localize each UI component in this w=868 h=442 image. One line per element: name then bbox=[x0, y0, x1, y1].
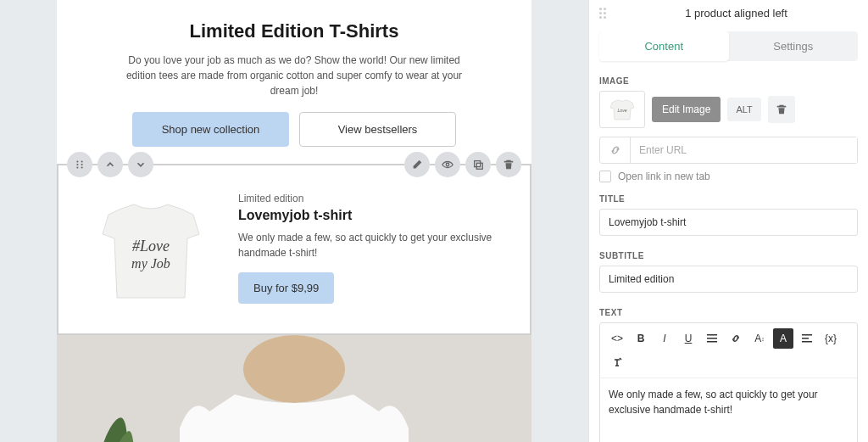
svg-rect-19 bbox=[707, 338, 717, 339]
canvas-area: Limited Edition T-Shirts Do you love you… bbox=[0, 0, 588, 442]
product-card: #Lovemy Job Limited edition Lovemyjob t-… bbox=[58, 165, 530, 333]
product-subtitle: Limited edition bbox=[238, 193, 509, 204]
code-icon[interactable]: <> bbox=[607, 328, 627, 349]
product-info: Limited edition Lovemyjob t-shirt We onl… bbox=[238, 187, 509, 304]
svg-point-5 bbox=[81, 166, 83, 168]
svg-point-4 bbox=[76, 166, 78, 168]
svg-point-3 bbox=[81, 164, 83, 165]
rte-link-icon[interactable] bbox=[726, 328, 746, 349]
underline-icon[interactable]: U bbox=[678, 328, 698, 349]
rich-text-editor: <> B I U A↕ A {x} We only made a few, so… bbox=[599, 322, 858, 442]
delete-image-button[interactable] bbox=[768, 96, 795, 123]
svg-point-1 bbox=[81, 160, 83, 162]
url-row bbox=[599, 137, 858, 164]
buy-button[interactable]: Buy for $9,99 bbox=[238, 272, 334, 304]
align-icon[interactable] bbox=[797, 328, 817, 349]
tab-settings[interactable]: Settings bbox=[729, 31, 859, 61]
list-icon[interactable] bbox=[702, 328, 722, 349]
bold-icon[interactable]: B bbox=[631, 328, 651, 349]
svg-rect-22 bbox=[802, 338, 809, 339]
visibility-icon[interactable] bbox=[435, 152, 460, 177]
url-input[interactable] bbox=[631, 137, 857, 163]
product-block[interactable]: #Lovemy Job Limited edition Lovemyjob t-… bbox=[57, 164, 531, 335]
product-image: #Lovemy Job bbox=[79, 187, 223, 315]
svg-text:my Job: my Job bbox=[131, 256, 170, 271]
drag-handle-icon[interactable] bbox=[67, 152, 92, 177]
model-image: #Love my Job bbox=[57, 335, 531, 442]
svg-point-6 bbox=[446, 163, 449, 166]
sidebar-tabs: Content Settings bbox=[599, 31, 858, 61]
alt-button[interactable]: ALT bbox=[727, 98, 760, 121]
svg-text:#Love: #Love bbox=[132, 238, 170, 255]
move-up-icon[interactable] bbox=[97, 152, 123, 177]
edit-icon[interactable] bbox=[404, 152, 430, 177]
svg-point-0 bbox=[76, 160, 78, 162]
svg-rect-7 bbox=[475, 161, 481, 167]
svg-point-12 bbox=[243, 335, 345, 403]
email-canvas: Limited Edition T-Shirts Do you love you… bbox=[57, 0, 531, 442]
image-label: IMAGE bbox=[599, 76, 858, 86]
svg-rect-8 bbox=[476, 163, 482, 169]
svg-rect-21 bbox=[802, 334, 812, 336]
move-down-icon[interactable] bbox=[128, 152, 153, 177]
svg-rect-23 bbox=[802, 341, 812, 343]
sidebar-header: 1 product aligned left bbox=[589, 0, 868, 26]
hero-description: Do you love your job as much as we do? S… bbox=[112, 53, 476, 98]
variable-icon[interactable]: {x} bbox=[821, 328, 841, 349]
svg-point-2 bbox=[76, 164, 78, 165]
subtitle-input[interactable] bbox=[599, 266, 858, 293]
svg-rect-20 bbox=[707, 341, 717, 343]
product-title: Lovemyjob t-shirt bbox=[238, 208, 509, 223]
sidebar: 1 product aligned left Content Settings … bbox=[588, 0, 868, 442]
svg-text:#Love: #Love bbox=[261, 438, 327, 442]
title-label: TITLE bbox=[599, 194, 858, 204]
tab-content[interactable]: Content bbox=[599, 31, 729, 61]
image-row: Love Edit Image ALT bbox=[599, 91, 858, 128]
rte-toolbar: <> B I U A↕ A {x} bbox=[600, 323, 857, 378]
image-thumbnail[interactable]: Love bbox=[599, 91, 645, 128]
rte-body[interactable]: We only made a few, so act quickly to ge… bbox=[600, 378, 857, 442]
sidebar-title: 1 product aligned left bbox=[615, 7, 858, 20]
italic-icon[interactable]: I bbox=[654, 328, 675, 349]
font-size-icon[interactable]: A↕ bbox=[749, 328, 770, 349]
product-description: We only made a few, so act quickly to ge… bbox=[238, 230, 509, 260]
link-icon bbox=[600, 137, 631, 163]
delete-icon[interactable] bbox=[496, 152, 521, 177]
shop-collection-button[interactable]: Shop new collection bbox=[132, 112, 289, 147]
hero-title: Limited Edition T-Shirts bbox=[84, 20, 504, 42]
svg-rect-18 bbox=[707, 334, 717, 336]
new-tab-row[interactable]: Open link in new tab bbox=[599, 171, 858, 182]
drag-dots-icon[interactable] bbox=[599, 8, 606, 19]
font-color-icon[interactable]: A bbox=[773, 328, 793, 349]
view-bestsellers-button[interactable]: View bestsellers bbox=[299, 112, 456, 147]
sidebar-body: IMAGE Love Edit Image ALT Open link in n… bbox=[589, 70, 868, 442]
new-tab-label: Open link in new tab bbox=[618, 171, 710, 182]
block-toolbar bbox=[58, 152, 530, 177]
hero-buttons: Shop new collection View bestsellers bbox=[84, 112, 504, 147]
text-label: TEXT bbox=[599, 308, 858, 317]
edit-image-button[interactable]: Edit Image bbox=[652, 97, 721, 122]
subtitle-label: SUBTITLE bbox=[599, 251, 858, 260]
duplicate-icon[interactable] bbox=[465, 152, 491, 177]
title-input[interactable] bbox=[599, 209, 858, 236]
new-tab-checkbox[interactable] bbox=[599, 171, 611, 182]
hero-section: Limited Edition T-Shirts Do you love you… bbox=[57, 0, 531, 164]
svg-text:Love: Love bbox=[618, 108, 627, 113]
clear-format-icon[interactable] bbox=[607, 352, 627, 372]
